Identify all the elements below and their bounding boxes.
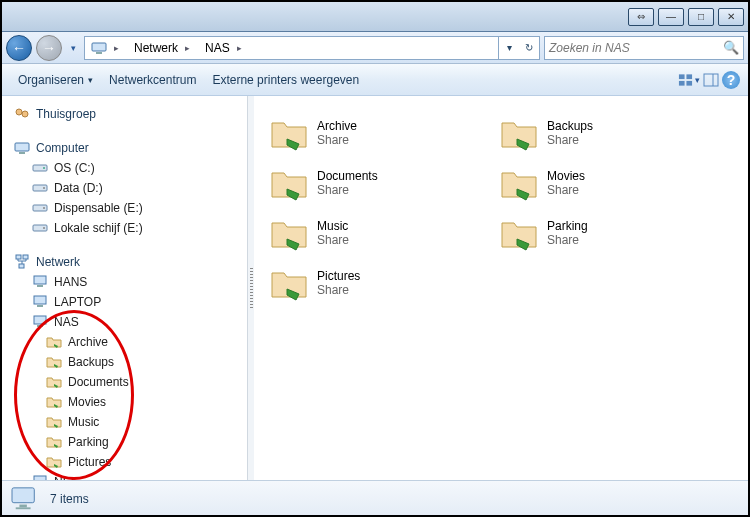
toolbar-label: Netwerkcentrum (109, 73, 196, 87)
svg-rect-24 (37, 285, 43, 287)
preview-pane-button[interactable] (700, 69, 722, 91)
svg-rect-28 (37, 325, 43, 327)
restore-button[interactable]: ⇔ (628, 8, 654, 26)
chevron-icon: ▸ (182, 43, 193, 53)
svg-rect-10 (15, 143, 29, 151)
sidebar-share[interactable]: Movies (2, 392, 247, 412)
svg-rect-25 (34, 296, 46, 304)
svg-rect-29 (34, 476, 46, 480)
share-tile[interactable]: ParkingShare (492, 208, 722, 258)
sidebar-drive[interactable]: Lokale schijf (E:) (2, 218, 247, 238)
pc-icon (32, 294, 48, 310)
external-printers-button[interactable]: Externe printers weergeven (204, 69, 367, 91)
sidebar-share[interactable]: Music (2, 412, 247, 432)
title-bar: ⇔ — □ ✕ (2, 2, 748, 32)
sidebar-label: OS (C:) (54, 161, 95, 175)
close-button[interactable]: ✕ (718, 8, 744, 26)
organize-button[interactable]: Organiseren ▾ (10, 69, 101, 91)
status-text: 7 items (50, 492, 89, 506)
sidebar-homegroup[interactable]: Thuisgroep (2, 104, 247, 124)
svg-rect-21 (23, 255, 28, 259)
sidebar-label: NEL (54, 475, 77, 480)
drive-icon (32, 200, 48, 216)
sidebar-label: Data (D:) (54, 181, 103, 195)
share-folder-icon (269, 213, 309, 253)
sidebar-label: Parking (68, 435, 109, 449)
tile-type: Share (317, 183, 378, 197)
share-tile[interactable]: DocumentsShare (262, 158, 492, 208)
svg-rect-4 (679, 80, 685, 85)
toolbar: Organiseren ▾ Netwerkcentrum Externe pri… (2, 64, 748, 96)
help-button[interactable]: ? (722, 71, 740, 89)
share-tile[interactable]: PicturesShare (262, 258, 492, 308)
sidebar-drive[interactable]: Data (D:) (2, 178, 247, 198)
sidebar-label: Thuisgroep (36, 107, 96, 121)
tile-type: Share (547, 183, 585, 197)
share-folder-icon (46, 374, 62, 390)
tile-name: Archive (317, 119, 357, 133)
share-folder-icon (269, 113, 309, 153)
forward-button[interactable]: → (36, 35, 62, 61)
address-bar[interactable]: ▸ Netwerk ▸ NAS ▸ ▾ ↻ (84, 36, 540, 60)
refresh-button[interactable]: ↻ (519, 37, 539, 59)
share-folder-icon (46, 394, 62, 410)
homegroup-icon (14, 106, 30, 122)
search-placeholder: Zoeken in NAS (549, 41, 630, 55)
share-folder-icon (269, 263, 309, 303)
address-dropdown[interactable]: ▾ (499, 37, 519, 59)
tile-name: Documents (317, 169, 378, 183)
svg-rect-3 (686, 74, 692, 79)
svg-point-9 (22, 111, 28, 117)
search-input[interactable]: Zoeken in NAS 🔍 (544, 36, 744, 60)
address-seg-nas[interactable]: NAS ▸ (199, 37, 251, 59)
sidebar-share[interactable]: Archive (2, 332, 247, 352)
svg-rect-32 (19, 505, 26, 508)
sidebar-share[interactable]: Pictures (2, 452, 247, 472)
address-root[interactable]: ▸ (85, 37, 128, 59)
sidebar-label: Lokale schijf (E:) (54, 221, 143, 235)
svg-rect-5 (686, 80, 692, 85)
tile-type: Share (547, 233, 588, 247)
share-folder-icon (46, 414, 62, 430)
toolbar-label: Externe printers weergeven (212, 73, 359, 87)
sidebar-drive[interactable]: OS (C:) (2, 158, 247, 178)
sidebar-host-nas[interactable]: NAS (2, 312, 247, 332)
maximize-button[interactable]: □ (688, 8, 714, 26)
sidebar-label: Music (68, 415, 99, 429)
svg-rect-27 (34, 316, 46, 324)
sidebar-computer[interactable]: Computer (2, 138, 247, 158)
share-tile[interactable]: BackupsShare (492, 108, 722, 158)
help-icon: ? (727, 72, 736, 88)
gripper-icon (250, 268, 253, 308)
search-icon: 🔍 (723, 40, 739, 55)
share-tile[interactable]: ArchiveShare (262, 108, 492, 158)
sidebar-share[interactable]: Parking (2, 432, 247, 452)
back-button[interactable]: ← (6, 35, 32, 61)
share-folder-icon (46, 334, 62, 350)
share-folder-icon (46, 454, 62, 470)
sidebar-host[interactable]: LAPTOP (2, 292, 247, 312)
history-dropdown[interactable]: ▾ (66, 35, 80, 61)
computer-icon (91, 40, 107, 56)
svg-rect-2 (679, 74, 685, 79)
address-seg-netwerk[interactable]: Netwerk ▸ (128, 37, 199, 59)
svg-point-8 (16, 109, 22, 115)
sidebar-label: HANS (54, 275, 87, 289)
tile-name: Music (317, 219, 349, 233)
sidebar-label: Backups (68, 355, 114, 369)
sidebar-host[interactable]: NEL (2, 472, 247, 480)
drive-icon (32, 160, 48, 176)
svg-rect-23 (34, 276, 46, 284)
minimize-button[interactable]: — (658, 8, 684, 26)
network-center-button[interactable]: Netwerkcentrum (101, 69, 204, 91)
sidebar-host[interactable]: HANS (2, 272, 247, 292)
sidebar-network[interactable]: Netwerk (2, 252, 247, 272)
sidebar-drive[interactable]: Dispensable (E:) (2, 198, 247, 218)
share-tile[interactable]: MusicShare (262, 208, 492, 258)
sidebar-label: Pictures (68, 455, 111, 469)
status-bar: 7 items (2, 480, 748, 517)
sidebar-share[interactable]: Backups (2, 352, 247, 372)
view-options-button[interactable]: ▾ (678, 69, 700, 91)
share-tile[interactable]: MoviesShare (492, 158, 722, 208)
sidebar-share[interactable]: Documents (2, 372, 247, 392)
